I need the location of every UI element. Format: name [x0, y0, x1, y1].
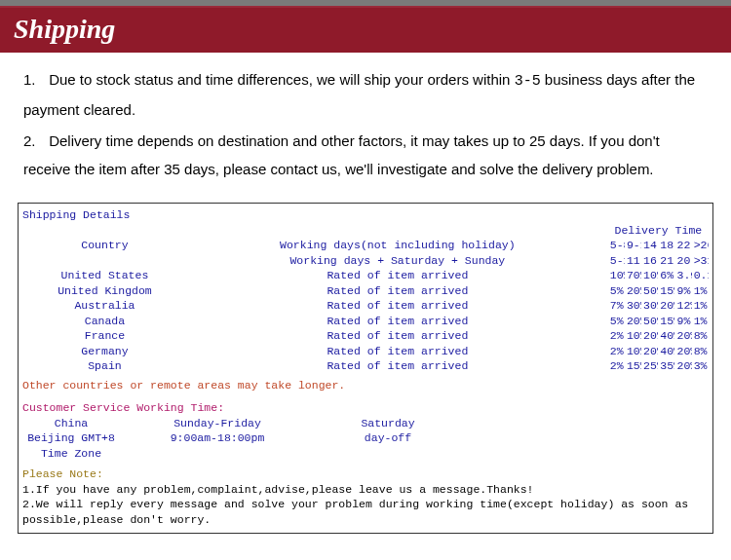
rate-cell: 15%	[658, 283, 674, 299]
country-cell: Australia	[22, 298, 187, 314]
rate-cell: 30%	[625, 298, 641, 314]
cs-day-b: Saturday	[315, 416, 461, 431]
rate-cell: 20%	[625, 283, 641, 299]
cs-location: China	[22, 416, 120, 431]
please-note-title: Please Note:	[22, 467, 709, 482]
ship-days-range: 3-5	[515, 73, 541, 90]
shipping-header: Shipping	[0, 6, 731, 53]
table-row: AustraliaRated of item arrived7%30%30%20…	[22, 298, 709, 314]
rate-cell: 20%	[625, 314, 641, 329]
country-cell: France	[22, 328, 187, 344]
rate-cell: 0.1%	[692, 268, 709, 283]
rate-cell: 20%	[674, 358, 691, 374]
shipping-details-box: Shipping Details Delivery Time Country W…	[18, 203, 713, 534]
rate-cell: 2%	[608, 328, 625, 344]
rate-cell: 35%	[658, 358, 674, 374]
table-row: FranceRated of item arrived2%10%20%40%20…	[22, 328, 709, 344]
rate-label-cell: Rated of item arrived	[187, 344, 608, 359]
rate-cell: 15%	[625, 358, 641, 374]
rate-cell: 20%	[658, 298, 674, 314]
rate-cell: 1%	[692, 283, 709, 299]
rate-cell: 20%	[641, 344, 658, 359]
rate-cell: 8%	[692, 344, 709, 359]
intro-item-2: 2. Delivery time depends on destination …	[23, 128, 708, 183]
rate-label-cell: Rated of item arrived	[187, 268, 608, 283]
rate-label-cell: Rated of item arrived	[187, 283, 608, 299]
country-cell: Spain	[22, 358, 187, 374]
table-row: United KingdomRated of item arrived5%20%…	[22, 283, 709, 299]
rate-cell: 2%	[608, 344, 625, 359]
country-cell: Germany	[22, 344, 187, 359]
rate-cell: 20%	[641, 328, 658, 344]
cs-row-3: Time Zone	[22, 446, 709, 462]
rate-cell: 7%	[608, 298, 625, 314]
table-row: SpainRated of item arrived2%15%25%35%20%…	[22, 358, 709, 374]
rate-cell: 6%	[658, 268, 674, 283]
delivery-time-header-row: Delivery Time	[22, 223, 709, 239]
list-number: 2.	[23, 128, 45, 156]
details-title: Shipping Details	[22, 207, 709, 223]
rate-cell: 20%	[674, 328, 691, 344]
rate-cell: 3.9%	[674, 268, 691, 283]
cs-row-1: China Sunday-Friday Saturday	[22, 416, 709, 431]
intro-2: Delivery time depends on destination and…	[23, 132, 660, 177]
rate-cell: 5%	[608, 283, 625, 299]
rate-cell: 40%	[658, 344, 674, 359]
rate-cell: 3%	[692, 358, 709, 374]
rate-cell: 30%	[641, 298, 658, 314]
rate-label-cell: Rated of item arrived	[187, 358, 608, 374]
rate-cell: 9%	[674, 314, 691, 329]
row-b-label: Working days + Saturday + Sunday	[187, 253, 608, 269]
rate-cell: 1%	[692, 314, 709, 329]
cs-off: day-off	[315, 430, 461, 446]
cs-hours: 9:00am-18:00pm	[120, 430, 315, 446]
rate-cell: 8%	[692, 328, 709, 344]
rate-cell: 20%	[674, 344, 691, 359]
cs-day-a: Sunday-Friday	[120, 416, 315, 431]
delivery-table: Delivery Time Country Working days(not i…	[22, 223, 709, 374]
table-row: United StatesRated of item arrived10%70%…	[22, 268, 709, 283]
cs-tz2: Time Zone	[22, 446, 120, 462]
rate-cell: 10%	[625, 344, 641, 359]
rate-cell: 70%	[625, 268, 641, 283]
country-cell: United States	[22, 268, 187, 283]
header-title: Shipping	[14, 14, 115, 44]
rate-cell: 5%	[608, 314, 625, 329]
ranges-row-b: Working days + Saturday + Sunday 5-10 11…	[22, 253, 709, 269]
delivery-time-label: Delivery Time	[608, 223, 709, 239]
remote-note: Other countries or remote areas may take…	[22, 378, 709, 393]
row-a-label: Working days(not including holiday)	[187, 238, 608, 253]
rate-label-cell: Rated of item arrived	[187, 328, 608, 344]
rate-cell: 12%	[674, 298, 691, 314]
rate-cell: 10%	[608, 268, 625, 283]
country-cell: United Kingdom	[22, 283, 187, 299]
intro-1a: Due to stock status and time differences…	[49, 71, 510, 88]
rate-cell: 15%	[658, 314, 674, 329]
rate-cell: 40%	[658, 328, 674, 344]
rate-cell: 25%	[641, 358, 658, 374]
rate-cell: 2%	[608, 358, 625, 374]
rate-label-cell: Rated of item arrived	[187, 298, 608, 314]
cs-row-2: Beijing GMT+8 9:00am-18:00pm day-off	[22, 430, 709, 446]
country-cell: Canada	[22, 314, 187, 329]
please-line-2: 2.We will reply every message and solve …	[22, 497, 709, 527]
rate-cell: 10%	[625, 328, 641, 344]
rate-cell: 50%	[641, 283, 658, 299]
please-line-1: 1.If you have any problem,complaint,advi…	[22, 482, 709, 498]
list-number: 1.	[23, 66, 45, 94]
col-country: Country	[22, 238, 187, 253]
rate-label-cell: Rated of item arrived	[187, 314, 608, 329]
rate-cell: 1%	[692, 298, 709, 314]
cs-title: Customer Service Working Time:	[22, 400, 709, 416]
rate-cell: 50%	[641, 314, 658, 329]
intro-item-1: 1. Due to stock status and time differen…	[23, 66, 708, 124]
table-row: CanadaRated of item arrived5%20%50%15%9%…	[22, 314, 709, 329]
rate-cell: 10%	[641, 268, 658, 283]
ranges-row-a: Country Working days(not including holid…	[22, 238, 709, 253]
table-row: GermanyRated of item arrived2%10%20%40%2…	[22, 344, 709, 359]
rate-cell: 9%	[674, 283, 691, 299]
intro-text: 1. Due to stock status and time differen…	[0, 53, 731, 197]
cs-tz1: Beijing GMT+8	[22, 430, 120, 446]
